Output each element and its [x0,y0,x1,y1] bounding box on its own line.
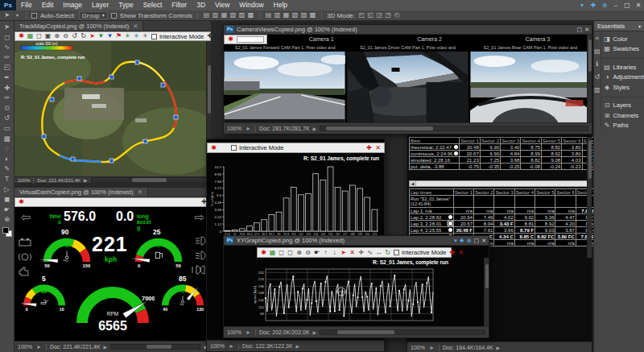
menu-type[interactable]: Type [114,0,138,10]
quick-select-tool[interactable]: ✏ [2,52,13,63]
marker-red-icon[interactable]: ✱ [210,144,217,152]
table-row[interactable]: Lap 1, n/an/an/an/an/an/an/a7.83 F [410,208,594,214]
zoom-level[interactable]: 100% [18,344,32,350]
app-close-icon[interactable]: ✕ [633,2,644,9]
marker-red-icon[interactable]: ✱ [18,198,25,206]
meas-wave-icon[interactable]: ∿ [366,249,374,257]
interactive-mode-toggle[interactable]: Interactive Mode [231,144,283,151]
scale-3d-icon[interactable]: ◴ [394,11,401,19]
lap-radio[interactable] [454,151,458,155]
panel-tab-adjustments[interactable]: ◑Adjustments [601,72,644,83]
lap-radio[interactable] [448,222,452,226]
xy-hscrollbar[interactable] [320,329,485,335]
gradient-tool[interactable]: ▩ [2,134,13,144]
maximize-icon[interactable]: ▢ [474,238,480,244]
camera-window-titlebar[interactable]: Ps CameraViewsCopied.png @ 100% (Indexed… [224,25,592,35]
properties-icon[interactable]: ▤ [594,48,601,55]
export-icon[interactable]: ▸ [428,344,436,352]
type-tool[interactable]: T [2,174,13,184]
interactive-mode-checkbox[interactable] [151,34,157,39]
menu-edit[interactable]: Edit [37,0,59,10]
expand-icon[interactable]: ✚ [365,144,373,152]
table-row[interactable]: Lap 2, 2:28.6220.947.494.029.029.364.478… [410,214,594,221]
panel-tab-swatches[interactable]: ▦Swatches [601,44,644,55]
zoom-level[interactable]: 100% [227,126,242,131]
dist-center-icon[interactable]: ▨ [300,11,308,19]
app-minimize-icon[interactable]: – [610,2,621,9]
interactive-mode-checkbox[interactable] [231,145,237,151]
lasso-tool[interactable]: ∿ [2,42,13,52]
app-blue-control-icon[interactable]: ▾ [576,2,588,9]
close-tab-icon[interactable]: ✕ [133,23,138,30]
roll-3d-icon[interactable]: ◱ [367,11,374,19]
slide-3d-icon[interactable]: ◳ [385,11,392,19]
dist-right-icon[interactable]: ▩ [309,11,316,19]
export-icon[interactable]: ▸ [245,329,252,337]
align-left-icon[interactable]: ▧ [229,11,237,19]
trackmap-canvas[interactable]: scale 300 (m) R: S2_01 James, complete r… [14,41,211,176]
zoom-out-icon[interactable]: ⊖ [62,32,69,40]
maximize-icon[interactable]: ▢ [577,27,583,33]
dodge-tool[interactable]: ◐ [2,154,13,164]
panel-tab-channels[interactable]: ⊞Channels [601,110,644,121]
marquee-tool[interactable]: ◻ [2,32,13,43]
show-transform-checkbox[interactable] [111,13,117,19]
auto-select-checkbox[interactable] [31,13,37,19]
menu-window[interactable]: Window [234,0,268,10]
panel-tab-layers[interactable]: ⊡Layers [601,101,644,111]
interactive-mode-toggle[interactable]: Interactive Mode [151,33,204,40]
frame-icon[interactable]: ◻ [278,249,285,257]
app-maximize-icon[interactable]: ▢ [621,2,633,9]
table-icon[interactable]: ▦ [269,249,276,257]
export-icon[interactable]: ▸ [35,343,43,351]
trackmap-hscrollbar[interactable] [91,177,208,183]
move-dock-icon[interactable]: ✚ [460,238,464,244]
interactive-mode-checkbox[interactable] [394,250,399,255]
close-icon[interactable]: ✕ [457,249,464,257]
close-icon[interactable]: ✕ [584,27,589,33]
hand-tool[interactable]: ☛ [2,205,13,215]
dist-top-icon[interactable]: ▤ [265,11,272,19]
panel-tab-paths[interactable]: ✎Paths [601,121,644,131]
menu-view[interactable]: View [210,0,234,10]
camera-hscrollbar[interactable] [320,126,588,131]
select-icon[interactable]: ◻ [287,249,294,257]
car-icon[interactable]: ➤ [340,249,347,257]
clone-stamp-tool[interactable]: ⊙ [2,103,13,114]
dist-middle-icon[interactable]: ▥ [274,11,281,19]
close-icon[interactable]: ✕ [374,144,382,152]
pin-green-icon[interactable]: ▼ [97,32,105,40]
history-brush-tool[interactable]: ↺ [2,113,13,123]
align-top-icon[interactable]: ▤ [203,11,210,19]
auto-select-dropdown[interactable]: Group▾ [79,11,108,19]
info-icon[interactable]: ℹ [596,60,598,68]
blur-tool[interactable]: ◌ [2,143,13,154]
menu-image[interactable]: Image [58,0,87,10]
workspace-switcher[interactable]: Essentials ▾ [594,21,644,31]
zoom-tool[interactable]: ⊕ [2,214,13,225]
refresh-icon[interactable]: ↻ [384,249,391,257]
camera1-forward-image[interactable] [224,52,345,122]
align-right-icon[interactable]: ▩ [247,11,254,19]
foreground-color-swatch[interactable] [2,227,9,234]
rotate-3d-icon[interactable]: ◰ [358,11,365,19]
meas-x-icon[interactable]: ✕ [349,249,356,257]
dist-left-icon[interactable]: ▧ [291,11,299,19]
xy-window-titlebar[interactable]: Ps XYGraphCopied.png @ 100% (Indexed) ▾ … [224,236,489,246]
speed-trace-chart[interactable]: 25222419616814011284speed [kph] [253,267,438,326]
tables-vscrollbar[interactable] [587,137,592,258]
align-center-icon[interactable]: ▨ [238,11,246,19]
frame-icon[interactable]: ◻ [35,32,43,40]
healing-tool[interactable]: ✚ [2,83,13,93]
move-tool[interactable]: ➤ [2,22,13,32]
pen-tool[interactable]: ✎ [2,164,13,174]
marker-red-icon[interactable]: ✱ [227,35,234,43]
zoom-level[interactable]: 100% [18,178,30,183]
lap-radio[interactable] [454,145,458,149]
zoom-in-icon[interactable]: ⊕ [53,32,60,40]
move-tool-preset-icon[interactable]: ➤ [3,11,10,19]
brush-tool[interactable]: ✑ [2,93,13,103]
marker-red-icon[interactable]: ✱ [260,249,267,257]
table-row[interactable]: Lap 3, 2:28.0120.678.043.43 F8.818.924.2… [410,221,594,227]
export-icon[interactable]: ▸ [245,125,252,133]
